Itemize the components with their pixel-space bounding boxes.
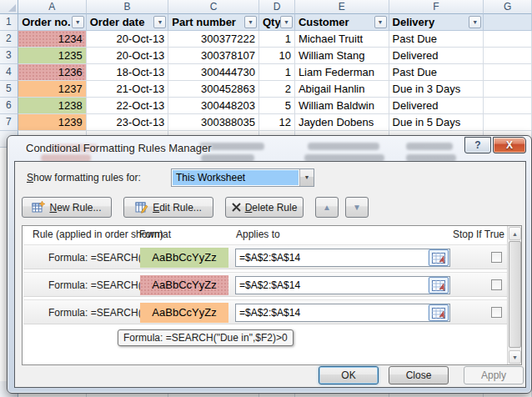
cell-order-no[interactable]: 1237: [18, 81, 87, 98]
edit-rule-button[interactable]: Edit Rule...: [123, 197, 213, 218]
range-picker-icon[interactable]: [429, 277, 449, 294]
cell-qty[interactable]: 1: [259, 31, 295, 48]
new-rule-button[interactable]: New Rule...: [22, 197, 112, 218]
close-button[interactable]: Close: [389, 366, 449, 384]
filter-icon[interactable]: ▼: [469, 16, 481, 28]
applies-to-input[interactable]: [235, 304, 450, 322]
range-picker-icon[interactable]: [429, 249, 449, 266]
scrollbar-thumb[interactable]: [509, 241, 521, 348]
column-header-b[interactable]: B: [87, 0, 169, 14]
ok-button[interactable]: OK: [319, 366, 379, 384]
chevron-down-icon[interactable]: ▼: [299, 169, 314, 186]
column-header-c[interactable]: C: [168, 0, 259, 14]
filter-icon[interactable]: ▼: [153, 16, 166, 28]
header-cell-order-no[interactable]: Order no.▼: [18, 14, 87, 31]
cell-customer[interactable]: Liam Federman: [295, 64, 389, 81]
row-number[interactable]: 4: [0, 64, 18, 81]
cell-order-date[interactable]: 22-Oct-13: [87, 98, 169, 114]
rule-row[interactable]: Formula: =SEARCH("D... AaBbCcYyZz: [23, 299, 507, 324]
cell-part-number[interactable]: 300452863: [168, 81, 259, 98]
vertical-scrollbar[interactable]: ▲ ▼: [507, 226, 521, 364]
header-cell-order-date[interactable]: Order date▼: [87, 14, 169, 31]
filter-icon[interactable]: ▼: [374, 16, 387, 28]
cell-delivery[interactable]: Due in 3 Days: [389, 81, 484, 98]
scroll-down-icon[interactable]: ▼: [509, 350, 521, 364]
cell-order-no[interactable]: 1238: [18, 98, 87, 114]
cell-order-date[interactable]: 18-Oct-13: [87, 64, 169, 81]
filter-icon[interactable]: ▼: [280, 16, 293, 28]
table-row: 4 1236 18-Oct-13 300444730 1 Liam Federm…: [0, 64, 532, 81]
applies-to-input[interactable]: [235, 276, 450, 294]
header-cell-part-number[interactable]: Part number▼: [168, 14, 259, 31]
cell-delivery[interactable]: Past Due: [389, 31, 484, 48]
stop-if-true-checkbox[interactable]: [491, 307, 502, 318]
filter-icon[interactable]: ▼: [244, 16, 257, 28]
cell-empty[interactable]: [484, 98, 532, 114]
cell-empty[interactable]: [484, 114, 532, 131]
cell-qty[interactable]: 2: [259, 81, 295, 98]
cell-qty[interactable]: 10: [259, 48, 295, 64]
cell-qty[interactable]: 1: [259, 64, 295, 81]
cell-customer[interactable]: Michael Truitt: [295, 31, 389, 48]
cell-order-date[interactable]: 20-Oct-13: [87, 31, 169, 48]
column-header-a[interactable]: A: [18, 0, 87, 14]
cell-customer[interactable]: Jayden Dobens: [295, 114, 389, 131]
column-header-g[interactable]: G: [484, 0, 532, 14]
dialog-titlebar[interactable]: Conditional Formatting Rules Manager ? X: [8, 136, 531, 161]
row-number[interactable]: 2: [0, 31, 18, 48]
scroll-up-icon[interactable]: ▲: [509, 227, 521, 240]
applies-to-input[interactable]: [235, 249, 450, 267]
cell-qty[interactable]: 5: [259, 98, 295, 114]
cell-empty[interactable]: [484, 81, 532, 98]
stop-if-true-checkbox[interactable]: [491, 252, 502, 263]
row-number[interactable]: 7: [0, 114, 18, 131]
close-icon[interactable]: X: [493, 137, 526, 153]
row-number[interactable]: 5: [0, 81, 18, 98]
stop-if-true-checkbox[interactable]: [491, 279, 502, 290]
cell-order-no[interactable]: 1239: [18, 114, 87, 131]
cell-order-date[interactable]: 20-Oct-13: [87, 48, 169, 64]
cell-part-number[interactable]: 300448203: [168, 98, 259, 114]
cell-customer[interactable]: Abigail Hanlin: [295, 81, 389, 98]
header-cell-qty[interactable]: Qty.▼: [259, 14, 295, 31]
column-header-d[interactable]: D: [259, 0, 295, 14]
cell-order-no[interactable]: 1235: [18, 48, 87, 64]
range-picker-icon[interactable]: [429, 304, 449, 321]
cell-qty[interactable]: 12: [259, 114, 295, 131]
column-header-f[interactable]: F: [389, 0, 484, 14]
ghost-content: [41, 154, 91, 161]
cell-empty[interactable]: [484, 31, 532, 48]
header-cell-g[interactable]: [484, 14, 532, 31]
move-up-button[interactable]: ▲: [315, 197, 339, 218]
delete-rule-button[interactable]: Delete Rule: [225, 197, 304, 218]
cell-delivery[interactable]: Due in 5 Days: [389, 114, 484, 131]
cell-delivery[interactable]: Delivered: [389, 48, 484, 64]
scope-dropdown[interactable]: This Worksheet ▼: [171, 168, 314, 187]
move-down-button[interactable]: ▼: [345, 197, 369, 218]
cell-delivery[interactable]: Past Due: [389, 64, 484, 81]
rule-row[interactable]: Formula: =SEARCH("D... AaBbCcYyZz: [23, 244, 507, 269]
header-cell-customer[interactable]: Customer▼: [295, 14, 389, 31]
cell-order-no[interactable]: 1234: [18, 31, 87, 48]
row-number[interactable]: 1: [0, 14, 18, 31]
cell-empty[interactable]: [484, 48, 532, 64]
rule-row[interactable]: Formula: =SEARCH("P... AaBbCcYyZz: [23, 272, 507, 297]
help-button[interactable]: ?: [464, 137, 491, 153]
cell-empty[interactable]: [484, 64, 532, 81]
select-all-corner[interactable]: [0, 0, 18, 14]
cell-part-number[interactable]: 300388035: [168, 114, 259, 131]
row-number[interactable]: 3: [0, 48, 18, 64]
cell-part-number[interactable]: 300378107: [168, 48, 259, 64]
row-number[interactable]: 6: [0, 98, 18, 114]
header-cell-delivery[interactable]: Delivery▼: [389, 14, 484, 31]
cell-order-no[interactable]: 1236: [18, 64, 87, 81]
cell-order-date[interactable]: 23-Oct-13: [87, 114, 169, 131]
filter-icon[interactable]: ▼: [72, 16, 84, 28]
cell-customer[interactable]: William Baldwin: [295, 98, 389, 114]
column-header-e[interactable]: E: [295, 0, 389, 14]
cell-delivery[interactable]: Delivered: [389, 98, 484, 114]
cell-part-number[interactable]: 300444730: [168, 64, 259, 81]
cell-order-date[interactable]: 21-Oct-13: [87, 81, 169, 98]
cell-part-number[interactable]: 300377222: [168, 31, 259, 48]
cell-customer[interactable]: William Stang: [295, 48, 389, 64]
